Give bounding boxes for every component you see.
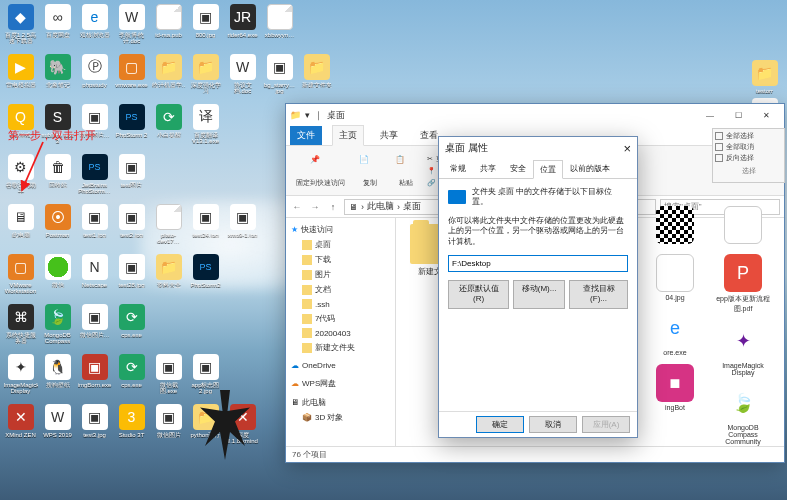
sidebar-item[interactable]: 20200403: [288, 326, 393, 340]
ribbon-pin[interactable]: 📌 固定到快速访问: [292, 155, 349, 186]
desktop-icon[interactable]: 📁python运行: [189, 404, 222, 450]
file-item[interactable]: 04.jpg: [647, 254, 703, 301]
tab-共享[interactable]: 共享: [473, 159, 503, 178]
desktop-icon[interactable]: ▣bg_starry…jpg: [263, 54, 296, 100]
desktop-icon[interactable]: ✕XMind ZEN: [4, 404, 37, 450]
desktop-icon[interactable]: ▣test28.jpg: [115, 254, 148, 300]
desktop-icon[interactable]: ∞百度网盘: [41, 4, 74, 50]
tab-安全[interactable]: 安全: [503, 159, 533, 178]
sidebar-onedrive[interactable]: ☁ OneDrive: [288, 359, 393, 372]
desktop-icon[interactable]: ✕深度Ⅱ.1.8.xmind: [226, 404, 259, 450]
desktop-icon[interactable]: ▣微信图片: [152, 404, 185, 450]
tab-以前的版本[interactable]: 以前的版本: [563, 159, 617, 178]
desktop-icon[interactable]: NNetscape: [78, 254, 111, 300]
ribbon-paste[interactable]: 📋 粘贴: [391, 155, 421, 186]
desktop-icon[interactable]: id-rsa.pub: [152, 4, 185, 50]
close-button[interactable]: ×: [623, 141, 631, 156]
desktop-icon[interactable]: QQQ游戏: [4, 104, 37, 150]
move-button[interactable]: 移动(M)...: [513, 280, 565, 309]
desktop-icon[interactable]: ▣test图片: [115, 154, 148, 200]
close-button[interactable]: ✕: [752, 106, 780, 124]
nav-back[interactable]: ←: [290, 200, 304, 214]
desktop-icon[interactable]: ▣imgBorn.exe: [78, 354, 111, 400]
desktop-icon[interactable]: ◆百度1.2.5高速下载器: [4, 4, 37, 50]
sidebar-this-pc[interactable]: 🖥 此电脑: [288, 395, 393, 410]
desktop-icon[interactable]: 🍃MongoDB Compass: [41, 304, 74, 350]
desktop-icon[interactable]: PSPhpStorm2: [189, 254, 222, 300]
file-item[interactable]: [715, 206, 771, 246]
desktop-icon[interactable]: PSPhpStorm 2: [115, 104, 148, 150]
desktop-icon[interactable]: 📁 testorr: [748, 60, 781, 94]
desktop-icon[interactable]: 📁统计机器学..: [152, 54, 185, 100]
ok-button[interactable]: 确定: [476, 416, 524, 433]
desktop-icon[interactable]: ▣test1.jpg: [78, 204, 111, 250]
sidebar-item[interactable]: 7代码: [288, 311, 393, 326]
menu-share[interactable]: 共享: [374, 126, 404, 145]
file-item[interactable]: Pepp版本更新流程图.pdf: [715, 254, 771, 314]
desktop-icon[interactable]: 📁深度强化学习: [189, 54, 222, 100]
desktop-icon[interactable]: ▣微信截图.exe: [152, 354, 185, 400]
desktop-icon[interactable]: WWPS 2019: [41, 404, 74, 450]
desktop-icon[interactable]: W李航博·统计.doc: [115, 4, 148, 50]
desktop-icon[interactable]: ▢VMware Workstation: [4, 254, 37, 300]
restore-defaults-button[interactable]: 还原默认值(R): [448, 280, 509, 309]
desktop-icon[interactable]: ⚙谷歌访问助手: [4, 154, 37, 200]
desktop-icon[interactable]: 📁资料大全: [152, 254, 185, 300]
desktop-icon[interactable]: 微信: [41, 254, 74, 300]
ribbon-copy[interactable]: 📄 复制: [355, 155, 385, 186]
desktop-icon[interactable]: ▶雷电模拟器: [4, 54, 37, 100]
desktop-icon[interactable]: PSJetBrains PhpStorm…: [78, 154, 111, 200]
desktop-icon[interactable]: ▣test24.jpg: [189, 204, 222, 250]
desktop-icon[interactable]: ▣微信图片…: [78, 104, 111, 150]
desktop-icon[interactable]: ⟳cps.exe: [115, 304, 148, 350]
desktop-icon[interactable]: ▢vmware.exe: [115, 54, 148, 100]
desktop-icon[interactable]: ⟳cps.exe: [115, 354, 148, 400]
apply-button[interactable]: 应用(A): [582, 416, 630, 433]
desktop-icon[interactable]: Ssublime text 3: [41, 104, 74, 150]
desktop-icon[interactable]: 🖥此电脑: [4, 204, 37, 250]
desktop-icon[interactable]: JRrider64.exe: [226, 4, 259, 50]
sidebar-item[interactable]: .ssh: [288, 297, 393, 311]
sidebar-item[interactable]: 下载: [288, 252, 393, 267]
desktop-icon[interactable]: 🗑回收站: [41, 154, 74, 200]
desktop-icon[interactable]: ▣test2.jpg: [115, 204, 148, 250]
select-all[interactable]: 全部选择: [715, 131, 782, 141]
desktop-icon[interactable]: 译百度翻译 V13.1.exe: [189, 104, 222, 150]
desktop-icon[interactable]: ⟳小白提醒: [152, 104, 185, 150]
desktop-icon[interactable]: 🐧搜狗壁纸: [41, 354, 74, 400]
file-item[interactable]: ✦ImageMagick Display: [715, 322, 771, 376]
desktop-icon[interactable]: ▣test3.jpg: [78, 404, 111, 450]
desktop-icon[interactable]: ✦ImageMagick Display: [4, 354, 37, 400]
sidebar-item[interactable]: 图片: [288, 267, 393, 282]
dialog-titlebar[interactable]: 桌面 属性 ×: [439, 137, 637, 159]
file-item[interactable]: ■ingBot: [647, 364, 703, 411]
desktop-icon[interactable]: 🐘北象笔记: [41, 54, 74, 100]
location-input[interactable]: [448, 255, 628, 272]
invert-selection[interactable]: 反向选择: [715, 153, 782, 163]
sidebar-item[interactable]: 新建文件夹: [288, 340, 393, 355]
desktop-icon[interactable]: Ⓟphpstudy: [78, 54, 111, 100]
sidebar-wps[interactable]: ☁ WPS网盘: [288, 376, 393, 391]
menu-file[interactable]: 文件: [290, 126, 322, 145]
desktop-icon[interactable]: ▣800.jpg: [189, 4, 222, 50]
sidebar-item[interactable]: 文档: [288, 282, 393, 297]
desktop-icon[interactable]: 3Studio 3T: [115, 404, 148, 450]
explorer-titlebar[interactable]: 📁 ▾ ｜ 桌面 — ☐ ✕: [286, 104, 784, 126]
desktop-icon[interactable]: xbbwyyn…: [263, 4, 296, 50]
desktop-icon[interactable]: ⦿Postman: [41, 204, 74, 250]
select-none[interactable]: 全部取消: [715, 142, 782, 152]
desktop-icon[interactable]: 📁新建文件夹: [300, 54, 333, 100]
file-item[interactable]: eore.exe: [647, 309, 703, 356]
nav-up[interactable]: ↑: [326, 200, 340, 214]
desktop-icon[interactable]: e双核浏览器: [78, 4, 111, 50]
sidebar-quick-access[interactable]: ★ 快速访问: [288, 222, 393, 237]
find-target-button[interactable]: 查找目标(F)...: [569, 280, 628, 309]
tab-位置[interactable]: 位置: [533, 160, 563, 179]
sidebar-item[interactable]: 桌面: [288, 237, 393, 252]
desktop-icon[interactable]: ⌘系统快捷服务器: [4, 304, 37, 350]
desktop-icon[interactable]: ▣xmp9-1.jpg: [226, 204, 259, 250]
desktop-icon[interactable]: ▣app标志图2.jpg: [189, 354, 222, 400]
desktop-icon[interactable]: W协议文档.doc: [226, 54, 259, 100]
cancel-button[interactable]: 取消: [529, 416, 577, 433]
file-item[interactable]: 🍃MongoDB Compass Community: [715, 384, 771, 445]
